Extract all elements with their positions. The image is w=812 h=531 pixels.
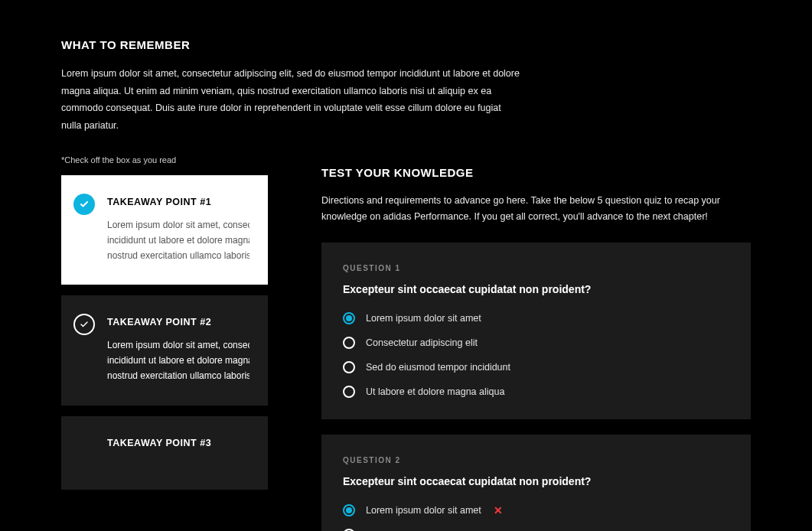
takeaway-card[interactable]: TAKEAWAY POINT #3 <box>61 416 268 490</box>
section-title-remember: WHAT TO REMEMBER <box>61 38 751 51</box>
radio-icon[interactable] <box>343 361 355 373</box>
radio-icon[interactable] <box>343 386 355 398</box>
radio-icon[interactable] <box>343 312 355 324</box>
checkoff-hint: *Check off the box as you read <box>61 155 268 165</box>
radio-icon[interactable] <box>343 529 355 532</box>
answer-option[interactable]: Sed do eiusmod tempor incididunt <box>343 361 729 373</box>
takeaway-title: TAKEAWAY POINT #1 <box>107 197 249 207</box>
takeaway-title: TAKEAWAY POINT #2 <box>107 317 249 327</box>
section-title-quiz: TEST YOUR KNOWLEDGE <box>321 166 751 179</box>
answer-text: Sed do eiusmod tempor incididunt <box>366 362 510 373</box>
quiz-column: TEST YOUR KNOWLEDGE Directions and requi… <box>321 155 751 531</box>
radio-icon[interactable] <box>343 504 355 516</box>
takeaway-card[interactable]: TAKEAWAY POINT #1 Lorem ipsum dolor sit … <box>61 175 268 285</box>
answer-option[interactable]: Lorem ipsum dolor sit amet ✕ <box>343 504 729 516</box>
takeaways-column: *Check off the box as you read TAKEAWAY … <box>61 155 268 531</box>
answer-option[interactable]: Lorem ipsum dolor sit amet <box>343 312 729 324</box>
question-text: Excepteur sint occaecat cupidatat non pr… <box>343 475 729 487</box>
quiz-intro: Directions and requirements to advance g… <box>321 193 751 226</box>
question-text: Excepteur sint occaecat cupidatat non pr… <box>343 283 729 295</box>
wrong-icon: ✕ <box>494 504 503 516</box>
answer-option[interactable]: Ut labore et dolore magna aliqua <box>343 386 729 398</box>
radio-icon[interactable] <box>343 337 355 349</box>
intro-paragraph: Lorem ipsum dolor sit amet, consectetur … <box>61 65 520 134</box>
answer-text: Ut labore et dolore magna aliqua <box>366 386 504 397</box>
takeaway-body: Lorem ipsum dolor sit amet, consectetur … <box>107 338 249 383</box>
question-card: QUESTION 2 Excepteur sint occaecat cupid… <box>321 435 751 532</box>
takeaway-title: TAKEAWAY POINT #3 <box>107 438 249 448</box>
takeaway-card[interactable]: TAKEAWAY POINT #2 Lorem ipsum dolor sit … <box>61 295 268 405</box>
question-label: QUESTION 2 <box>343 456 729 464</box>
question-card: QUESTION 1 Excepteur sint occaecat cupid… <box>321 243 751 419</box>
answer-option[interactable]: Consectetur adipiscing elit <box>343 529 729 532</box>
checkmark-icon[interactable] <box>73 194 95 215</box>
checkmark-icon[interactable] <box>73 314 95 335</box>
answer-text: Lorem ipsum dolor sit amet <box>366 313 481 324</box>
answer-option[interactable]: Consectetur adipiscing elit <box>343 337 729 349</box>
question-label: QUESTION 1 <box>343 264 729 272</box>
takeaway-body: Lorem ipsum dolor sit amet, consectetur … <box>107 218 249 263</box>
answer-text: Consectetur adipiscing elit <box>366 337 478 348</box>
answer-text: Lorem ipsum dolor sit amet <box>366 505 481 516</box>
